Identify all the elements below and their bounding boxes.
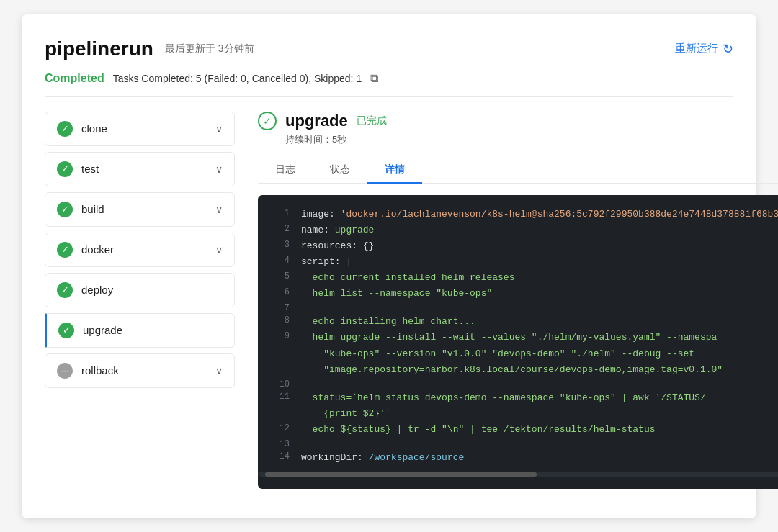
check-icon-clone: ✓ bbox=[57, 121, 73, 137]
line-number-4: 4 bbox=[269, 255, 290, 266]
line-number-5: 5 bbox=[269, 271, 290, 281]
header-left: pipelinerun 最后更新于 3分钟前 bbox=[45, 37, 254, 60]
code-line-10: 10 bbox=[258, 378, 778, 390]
step-label-docker: docker bbox=[81, 243, 114, 256]
right-panel: ✓ upgrade 已完成 持续时间：5秒 日志 状态 详情 1 image: … bbox=[246, 112, 778, 490]
status-details: Tasks Completed: 5 (Failed: 0, Cancelled… bbox=[113, 73, 362, 84]
check-icon-build: ✓ bbox=[57, 202, 73, 217]
status-completed-label: Completed bbox=[45, 72, 104, 85]
line-number-10: 10 bbox=[269, 379, 290, 389]
line-content-2: name: upgrade bbox=[301, 223, 374, 238]
status-bar: Completed Tasks Completed: 5 (Failed: 0,… bbox=[45, 72, 733, 97]
header: pipelinerun 最后更新于 3分钟前 重新运行 ↻ bbox=[45, 37, 733, 60]
line-content-9b: "kube-ops" --version "v1.0.0" "devops-de… bbox=[301, 347, 694, 361]
task-tabs: 日志 状态 详情 bbox=[258, 158, 778, 184]
code-line-11: 11 status=`helm status devops-demo --nam… bbox=[258, 390, 778, 406]
step-label-rollback: rollback bbox=[81, 364, 119, 377]
code-line-7: 7 bbox=[258, 302, 778, 314]
task-status-icon: ✓ bbox=[258, 112, 277, 130]
code-line-9: 9 helm upgrade --install --wait --values… bbox=[258, 330, 778, 346]
line-content-14: workingDir: /workspace/source bbox=[301, 451, 464, 465]
horizontal-scrollbar[interactable] bbox=[258, 472, 778, 477]
check-icon-test: ✓ bbox=[57, 161, 73, 177]
step-label-clone: clone bbox=[81, 122, 107, 135]
sidebar-item-test[interactable]: ✓ test ∨ bbox=[45, 152, 235, 186]
code-line-3: 3 resources: {} bbox=[258, 238, 778, 254]
code-line-4: 4 script: | bbox=[258, 254, 778, 270]
line-number-9b bbox=[269, 347, 290, 348]
sidebar-item-docker[interactable]: ✓ docker ∨ bbox=[45, 233, 235, 267]
code-line-2: 2 name: upgrade bbox=[258, 222, 778, 238]
line-number-8: 8 bbox=[269, 315, 290, 325]
code-block: 1 image: 'docker.io/lachlanevenson/k8s-h… bbox=[258, 195, 778, 490]
code-line-6: 6 helm list --namespace "kube-ops" bbox=[258, 286, 778, 302]
step-label-deploy: deploy bbox=[81, 284, 113, 296]
chevron-down-icon-build: ∨ bbox=[215, 204, 223, 215]
step-label-build: build bbox=[81, 203, 104, 215]
tab-details[interactable]: 详情 bbox=[367, 158, 422, 184]
check-icon-deploy: ✓ bbox=[57, 282, 73, 298]
task-name: upgrade bbox=[285, 112, 348, 130]
task-duration: 持续时间：5秒 bbox=[285, 133, 778, 146]
line-number-12: 12 bbox=[269, 423, 290, 433]
line-number-3: 3 bbox=[269, 239, 290, 250]
sidebar: ✓ clone ∨ ✓ test ∨ ✓ build ∨ bbox=[45, 112, 246, 490]
code-line-14: 14 workingDir: /workspace/source bbox=[258, 450, 778, 466]
line-content-4: script: | bbox=[301, 255, 352, 269]
step-label-upgrade: upgrade bbox=[83, 324, 122, 336]
code-line-1: 1 image: 'docker.io/lachlanevenson/k8s-h… bbox=[258, 207, 778, 222]
line-number-11: 11 bbox=[269, 391, 290, 402]
main-content: ✓ clone ∨ ✓ test ∨ ✓ build ∨ bbox=[45, 112, 733, 490]
line-number-13: 13 bbox=[269, 438, 290, 449]
line-number-11b bbox=[269, 407, 290, 407]
line-content-9: helm upgrade --install --wait --values "… bbox=[301, 330, 717, 345]
scrollbar-thumb bbox=[265, 472, 537, 477]
line-number-9c bbox=[269, 363, 290, 364]
sidebar-item-upgrade[interactable]: ✓ upgrade bbox=[45, 313, 235, 348]
chevron-down-icon-test: ∨ bbox=[215, 163, 223, 175]
code-line-8: 8 echo installing helm chart... bbox=[258, 314, 778, 330]
sidebar-item-build[interactable]: ✓ build ∨ bbox=[45, 192, 235, 227]
sidebar-item-clone[interactable]: ✓ clone ∨ bbox=[45, 112, 235, 146]
line-content-9c: "image.repository=harbor.k8s.local/cours… bbox=[301, 363, 723, 377]
line-number-7: 7 bbox=[269, 302, 290, 313]
line-number-1: 1 bbox=[269, 207, 290, 218]
line-content-8: echo installing helm chart... bbox=[301, 315, 475, 329]
line-content-3: resources: {} bbox=[301, 239, 374, 253]
code-line-9c: "image.repository=harbor.k8s.local/cours… bbox=[258, 362, 778, 378]
chevron-down-icon-clone: ∨ bbox=[215, 123, 223, 135]
copy-icon[interactable]: ⧉ bbox=[370, 72, 378, 85]
line-content-12: echo ${status} | tr -d "\n" | tee /tekto… bbox=[301, 423, 655, 437]
line-content-1: image: 'docker.io/lachlanevenson/k8s-hel… bbox=[301, 207, 778, 222]
chevron-down-icon-rollback: ∨ bbox=[215, 365, 223, 377]
check-icon-docker: ✓ bbox=[57, 242, 73, 258]
code-line-9b: "kube-ops" --version "v1.0.0" "devops-de… bbox=[258, 346, 778, 362]
task-header: ✓ upgrade 已完成 bbox=[258, 112, 778, 130]
task-status-badge: 已完成 bbox=[357, 114, 387, 127]
check-icon-upgrade: ✓ bbox=[58, 323, 74, 338]
main-window: pipelinerun 最后更新于 3分钟前 重新运行 ↻ Completed … bbox=[22, 14, 756, 518]
rerun-button[interactable]: 重新运行 ↻ bbox=[675, 41, 733, 57]
step-label-test: test bbox=[81, 163, 99, 175]
tab-logs[interactable]: 日志 bbox=[258, 158, 313, 184]
refresh-icon: ↻ bbox=[723, 41, 733, 57]
chevron-down-icon-docker: ∨ bbox=[215, 244, 223, 256]
code-line-13: 13 bbox=[258, 438, 778, 450]
tab-status[interactable]: 状态 bbox=[313, 158, 367, 184]
line-number-14: 14 bbox=[269, 451, 290, 461]
line-content-11: status=`helm status devops-demo --namesp… bbox=[301, 391, 706, 405]
line-content-6: helm list --namespace "kube-ops" bbox=[301, 287, 492, 301]
code-line-5: 5 echo current installed helm releases bbox=[258, 270, 778, 286]
code-line-11b: {print $2}'` bbox=[258, 406, 778, 422]
sidebar-item-deploy[interactable]: ✓ deploy bbox=[45, 273, 235, 307]
line-number-6: 6 bbox=[269, 287, 290, 297]
last-updated: 最后更新于 3分钟前 bbox=[165, 42, 254, 55]
line-number-9: 9 bbox=[269, 330, 290, 341]
line-number-2: 2 bbox=[269, 223, 290, 234]
line-content-11b: {print $2}'` bbox=[301, 407, 391, 421]
rerun-label: 重新运行 bbox=[675, 42, 718, 55]
sidebar-item-rollback[interactable]: ··· rollback ∨ bbox=[45, 353, 235, 388]
line-content-5: echo current installed helm releases bbox=[301, 271, 514, 285]
code-line-12: 12 echo ${status} | tr -d "\n" | tee /te… bbox=[258, 422, 778, 438]
pipeline-title: pipelinerun bbox=[45, 37, 153, 60]
